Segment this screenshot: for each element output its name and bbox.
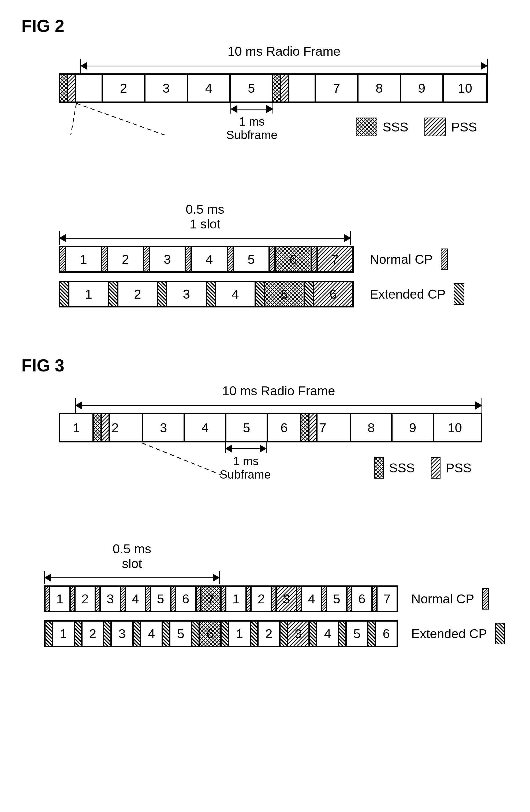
svg-rect-65 [281,622,287,646]
fig3-normal-row: 1 2 3 4 5 6 7 1 2 3 [44,585,398,612]
fig2-title: FIG 2 [22,16,508,36]
svg-rect-55 [482,588,489,610]
ecp-swatch [454,283,464,305]
svg-rect-21 [441,248,448,270]
svg-rect-16 [228,247,232,271]
svg-rect-17 [270,247,274,271]
svg-rect-14 [144,247,149,271]
svg-rect-63 [221,622,228,646]
svg-rect-25 [207,282,215,306]
svg-rect-40 [71,587,74,611]
svg-line-38 [142,443,386,475]
fig2-normal-label: Normal CP [370,252,433,267]
svg-rect-58 [104,622,110,646]
figure-3: FIG 3 10 ms Radio Frame 1 2 3 4 5 6 [22,356,508,647]
svg-rect-57 [75,622,81,646]
svg-rect-67 [310,622,316,646]
svg-rect-47 [221,587,225,611]
svg-rect-30 [454,283,464,305]
svg-rect-49 [272,587,275,611]
svg-rect-45 [197,587,200,611]
svg-rect-48 [247,587,250,611]
ncp-swatch [482,588,489,610]
svg-rect-70 [495,623,505,644]
ncp-swatch [441,248,448,270]
svg-line-11 [76,103,351,135]
svg-rect-52 [323,587,326,611]
fig3-ext-row: 1 2 3 4 5 6 1 2 3 4 [44,620,398,647]
svg-line-10 [59,103,76,135]
svg-rect-24 [158,282,166,306]
fig2-top-label: 10 ms Radio Frame [81,44,488,59]
svg-rect-15 [186,247,190,271]
svg-rect-69 [369,622,375,646]
fig3-top-label: 10 ms Radio Frame [75,383,482,398]
svg-rect-22 [60,282,68,306]
svg-rect-28 [305,282,313,306]
svg-rect-68 [339,622,345,646]
svg-rect-23 [109,282,117,306]
fig2-slot-bottom: 1 slot [59,217,351,231]
fig3-title: FIG 3 [22,356,508,376]
svg-rect-19 [312,247,316,271]
fig2-normal-row: 1 2 3 4 5 6 7 [59,246,354,273]
svg-rect-26 [256,282,264,306]
svg-rect-56 [45,622,52,646]
svg-rect-44 [171,587,175,611]
svg-rect-51 [297,587,301,611]
figure-2: FIG 2 10 ms Radio Frame 2 3 4 5 7 8 [22,16,508,307]
svg-rect-61 [192,622,199,646]
svg-rect-43 [146,587,150,611]
svg-rect-59 [134,622,140,646]
svg-rect-64 [251,622,257,646]
svg-rect-42 [121,587,125,611]
svg-rect-13 [102,247,106,271]
svg-rect-54 [373,587,376,611]
fig2-ext-row: 1 2 3 4 5 6 [59,281,354,307]
fig2-ext-label: Extended CP [370,287,446,302]
ecp-swatch [495,623,505,644]
svg-rect-60 [163,622,169,646]
svg-rect-53 [347,587,351,611]
svg-rect-39 [45,587,49,611]
svg-rect-12 [60,247,65,271]
svg-rect-41 [96,587,99,611]
